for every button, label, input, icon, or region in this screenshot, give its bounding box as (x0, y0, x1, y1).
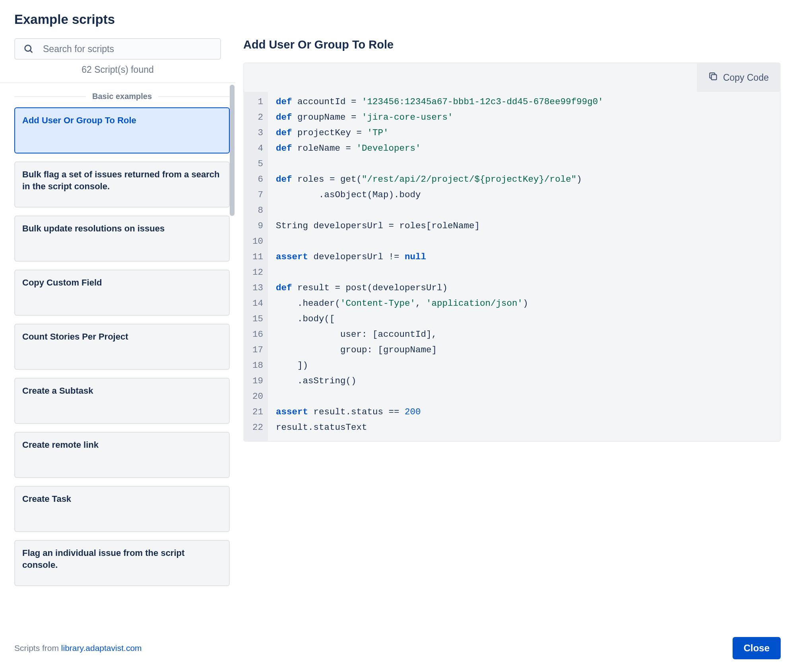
scrollbar-thumb[interactable] (230, 85, 235, 216)
search-input[interactable] (14, 38, 221, 60)
dialog-footer: Scripts from library.adaptavist.com Clos… (14, 628, 781, 672)
script-card[interactable]: Count Stories Per Project (14, 324, 230, 370)
svg-line-1 (30, 50, 33, 53)
script-list-region: Basic examples Add User Or Group To Role… (0, 82, 235, 628)
script-card[interactable]: Copy Custom Field (14, 270, 230, 316)
result-count: 62 Script(s) found (14, 64, 221, 75)
code-content[interactable]: def accountId = '123456:12345a67-bbb1-12… (268, 92, 780, 441)
search-field[interactable] (14, 38, 221, 60)
script-card[interactable]: Create remote link (14, 432, 230, 478)
script-card[interactable]: Create Task (14, 486, 230, 532)
script-card[interactable]: Create a Subtask (14, 378, 230, 424)
footer-attribution: Scripts from library.adaptavist.com (14, 643, 142, 653)
svg-rect-2 (712, 75, 717, 80)
library-link[interactable]: library.adaptavist.com (61, 643, 142, 653)
script-card[interactable]: Bulk flag a set of issues returned from … (14, 161, 230, 208)
copy-icon (708, 71, 718, 84)
detail-title: Add User Or Group To Role (243, 38, 781, 51)
script-card[interactable]: Add User Or Group To Role (14, 107, 230, 153)
code-block: 12345678910111213141516171819202122 def … (244, 92, 780, 441)
scrollbar[interactable] (230, 85, 235, 628)
copy-code-button[interactable]: Copy Code (697, 63, 780, 92)
group-header: Basic examples (14, 92, 230, 101)
group-label: Basic examples (92, 92, 152, 101)
page-title: Example scripts (14, 12, 781, 27)
copy-code-label: Copy Code (723, 72, 769, 83)
search-icon (23, 43, 34, 54)
code-toolbar: Copy Code (244, 63, 780, 92)
close-button[interactable]: Close (733, 637, 781, 659)
code-panel: Copy Code 123456789101112131415161718192… (243, 62, 781, 442)
example-scripts-dialog: Example scripts 62 Script(s) found (0, 0, 795, 672)
script-sidebar: 62 Script(s) found Basic examples Add Us… (14, 38, 221, 628)
script-card[interactable]: Bulk update resolutions on issues (14, 216, 230, 262)
line-gutter: 12345678910111213141516171819202122 (244, 92, 268, 441)
script-detail: Add User Or Group To Role Copy Code (221, 38, 781, 628)
svg-point-0 (25, 45, 31, 51)
script-card[interactable]: Flag an individual issue from the script… (14, 540, 230, 586)
